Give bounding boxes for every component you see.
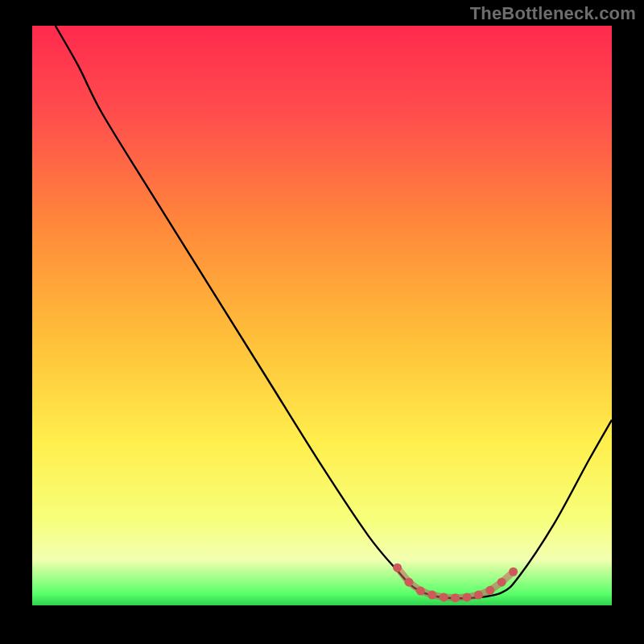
optimal-marker <box>416 587 425 596</box>
chart-svg <box>32 26 612 605</box>
optimal-marker <box>451 593 460 602</box>
watermark-text: TheBottleneck.com <box>470 3 636 24</box>
plot-area <box>32 26 612 605</box>
optimal-marker <box>474 591 483 600</box>
optimal-marker <box>497 578 506 587</box>
optimal-marker <box>405 578 414 587</box>
chart-root: TheBottleneck.com <box>0 0 644 644</box>
optimal-marker <box>463 592 472 601</box>
optimal-marker <box>440 592 448 601</box>
optimal-marker <box>393 564 402 572</box>
gradient-bg <box>32 26 612 605</box>
optimal-marker <box>485 586 494 595</box>
optimal-marker <box>509 568 518 576</box>
optimal-marker <box>427 591 436 600</box>
